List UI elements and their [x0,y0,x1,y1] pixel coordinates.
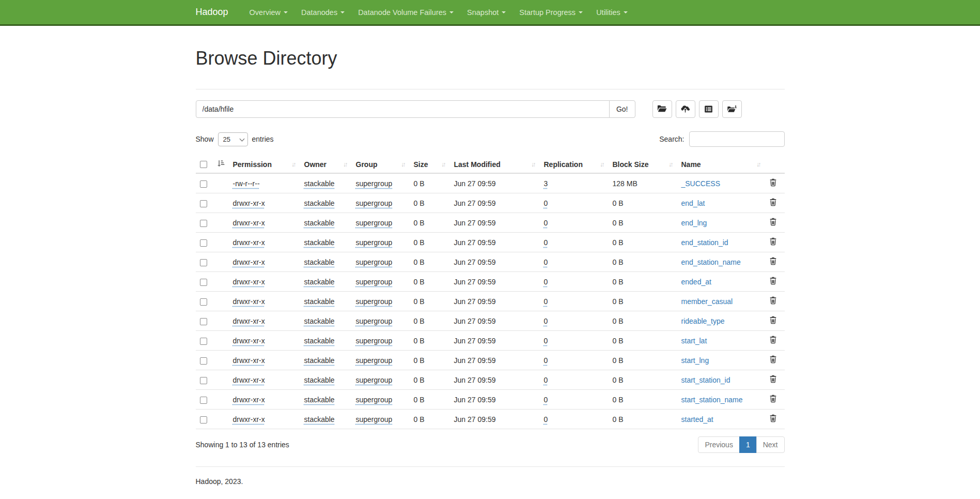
file-name-link[interactable]: end_lng [681,219,707,227]
pagination-next[interactable]: Next [756,436,785,453]
replication-cell[interactable]: 0 [544,278,548,286]
permission-cell[interactable]: drwxr-xr-x [233,396,265,404]
row-select-checkbox[interactable] [200,397,207,404]
pagination-page-1[interactable]: 1 [739,436,757,453]
row-select-checkbox[interactable] [200,259,207,266]
permission-cell[interactable]: drwxr-xr-x [233,356,265,365]
replication-cell[interactable]: 0 [544,238,548,247]
delete-file-button[interactable] [769,355,777,365]
owner-cell[interactable]: stackable [304,238,335,247]
permission-cell[interactable]: drwxr-xr-x [233,337,265,345]
file-name-link[interactable]: end_station_name [681,258,741,266]
group-cell[interactable]: supergroup [356,219,393,227]
nav-item-datanodes[interactable]: Datanodes [294,0,351,24]
replication-cell[interactable]: 0 [544,376,548,384]
upload-files-button[interactable] [676,100,695,118]
group-cell[interactable]: supergroup [356,356,393,365]
replication-cell[interactable]: 0 [544,356,548,365]
nav-item-startup-progress[interactable]: Startup Progress [512,0,589,24]
delete-file-button[interactable] [769,218,777,228]
file-name-link[interactable]: started_at [681,415,713,424]
group-cell[interactable]: supergroup [356,238,393,247]
file-name-link[interactable]: rideable_type [681,317,725,325]
create-directory-button[interactable] [652,100,672,118]
go-button[interactable]: Go! [609,100,635,118]
replication-cell[interactable]: 0 [544,199,548,207]
page-size-select[interactable]: 25 [218,132,248,146]
file-name-link[interactable]: end_station_id [681,238,728,247]
owner-cell[interactable]: stackable [304,179,335,188]
row-select-checkbox[interactable] [200,220,207,227]
delete-file-button[interactable] [769,296,777,306]
group-cell[interactable]: supergroup [356,278,393,286]
delete-file-button[interactable] [769,257,777,267]
group-cell[interactable]: supergroup [356,199,393,207]
group-cell[interactable]: supergroup [356,376,393,384]
permission-cell[interactable]: drwxr-xr-x [233,297,265,306]
owner-cell[interactable]: stackable [304,415,335,424]
owner-cell[interactable]: stackable [304,278,335,286]
column-header-group[interactable]: Group ↓↑ [352,156,410,173]
column-header-last-modified[interactable]: Last Modified ↓↑ [450,156,540,173]
row-select-checkbox[interactable] [200,239,207,247]
row-select-checkbox[interactable] [200,180,207,188]
replication-cell[interactable]: 0 [544,219,548,227]
row-select-checkbox[interactable] [200,200,207,207]
owner-cell[interactable]: stackable [304,297,335,306]
select-all-checkbox[interactable] [200,161,207,168]
row-select-checkbox[interactable] [200,338,207,345]
row-select-checkbox[interactable] [200,377,207,384]
column-header-replication[interactable]: Replication ↓↑ [540,156,609,173]
permission-cell[interactable]: drwxr-xr-x [233,415,265,424]
delete-file-button[interactable] [769,336,777,345]
nav-item-datanode-volume-failures[interactable]: Datanode Volume Failures [351,0,460,24]
owner-cell[interactable]: stackable [304,199,335,207]
column-header-owner[interactable]: Owner ↓↑ [300,156,352,173]
list-alt-button[interactable] [699,100,719,118]
replication-cell[interactable]: 3 [544,179,548,188]
row-select-checkbox[interactable] [200,298,207,306]
permission-cell[interactable]: drwxr-xr-x [233,238,265,247]
column-header-size[interactable]: Size ↓↑ [410,156,450,173]
owner-cell[interactable]: stackable [304,356,335,365]
group-cell[interactable]: supergroup [356,297,393,306]
delete-file-button[interactable] [769,414,777,424]
nav-item-utilities[interactable]: Utilities [589,0,634,24]
delete-file-button[interactable] [769,178,777,188]
delete-file-button[interactable] [769,316,777,326]
owner-cell[interactable]: stackable [304,337,335,345]
owner-cell[interactable]: stackable [304,376,335,384]
delete-file-button[interactable] [769,375,777,385]
group-cell[interactable]: supergroup [356,415,393,424]
owner-cell[interactable]: stackable [304,396,335,404]
row-select-checkbox[interactable] [200,318,207,325]
permission-cell[interactable]: drwxr-xr-x [233,278,265,286]
permission-cell[interactable]: drwxr-xr-x [233,219,265,227]
nav-item-snapshot[interactable]: Snapshot [460,0,512,24]
group-cell[interactable]: supergroup [356,337,393,345]
search-input[interactable] [689,131,785,147]
owner-cell[interactable]: stackable [304,317,335,325]
select-all-header[interactable] [196,156,229,173]
nav-item-overview[interactable]: Overview [243,0,294,24]
permission-cell[interactable]: drwxr-xr-x [233,258,265,266]
file-name-link[interactable]: start_lat [681,337,707,345]
file-name-link[interactable]: _SUCCESS [681,179,720,188]
delete-file-button[interactable] [769,237,777,247]
group-cell[interactable]: supergroup [356,179,393,188]
file-name-link[interactable]: start_station_id [681,376,730,384]
row-select-checkbox[interactable] [200,279,207,286]
replication-cell[interactable]: 0 [544,415,548,424]
row-select-checkbox[interactable] [200,357,207,365]
replication-cell[interactable]: 0 [544,317,548,325]
replication-cell[interactable]: 0 [544,396,548,404]
group-cell[interactable]: supergroup [356,396,393,404]
file-name-link[interactable]: start_station_name [681,396,743,404]
directory-path-input[interactable] [196,100,610,118]
column-header-permission[interactable]: Permission ↓↑ [229,156,300,173]
replication-cell[interactable]: 0 [544,258,548,266]
permission-cell[interactable]: drwxr-xr-x [233,317,265,325]
column-header-name[interactable]: Name ↓↑ [677,156,765,173]
folder-arrow-button[interactable] [722,100,742,118]
owner-cell[interactable]: stackable [304,258,335,266]
